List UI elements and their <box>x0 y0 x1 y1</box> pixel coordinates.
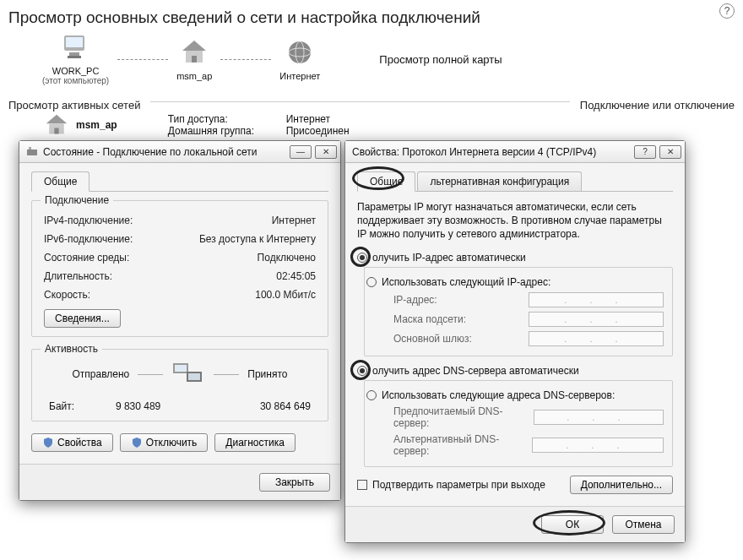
bytes-label: Байт: <box>49 400 74 412</box>
svg-rect-14 <box>29 147 31 150</box>
svg-rect-6 <box>192 56 197 63</box>
map-node-internet[interactable]: Интернет <box>279 39 320 81</box>
cancel-button[interactable]: Отмена <box>612 515 675 534</box>
map-node-sub: (этот компьютер) <box>42 76 109 85</box>
properties-label: Свойства <box>57 437 102 449</box>
details-button[interactable]: Сведения... <box>44 309 121 328</box>
help-icon[interactable]: ? <box>719 3 735 19</box>
tab-general[interactable]: Общие <box>357 171 415 192</box>
recv-label: Принято <box>247 368 287 380</box>
speed-value: 100.0 Мбит/с <box>255 289 316 301</box>
radio-use-ip-label: Использовать следующий IP-адрес: <box>382 276 550 288</box>
disable-label: Отключить <box>146 437 198 449</box>
svg-rect-18 <box>188 373 200 380</box>
ok-button[interactable]: ОК <box>541 515 604 534</box>
computer-icon <box>61 34 91 61</box>
dns2-label: Альтернативный DNS-сервер: <box>393 433 532 457</box>
shield-icon <box>42 437 54 449</box>
duration-label: Длительность: <box>44 270 112 282</box>
full-map-link[interactable]: Просмотр полной карты <box>379 53 502 66</box>
ipv6-value: Без доступа к Интернету <box>199 233 316 245</box>
tab-alt-config[interactable]: льтернативная конфигурация <box>417 171 582 191</box>
ipv6-label: IPv6-подключение: <box>44 233 133 245</box>
radio-icon <box>366 390 377 400</box>
recv-bytes: 30 864 649 <box>260 400 311 412</box>
globe-icon <box>285 39 315 66</box>
access-type-label: Тип доступа: <box>168 113 269 125</box>
radio-obtain-ip-label: олучить IP-адрес автоматически <box>372 252 526 264</box>
radio-obtain-dns[interactable]: олучить адрес DNS-сервера автоматически <box>357 365 673 377</box>
close-dialog-button[interactable]: Закрыть <box>259 473 330 492</box>
checkbox-icon <box>357 480 367 490</box>
group-connection-legend: Подключение <box>41 194 113 206</box>
disable-button[interactable]: Отключить <box>120 433 209 452</box>
sent-label: Отправлено <box>73 368 130 380</box>
media-value: Подключено <box>258 252 316 264</box>
ipv4-value: Интернет <box>272 215 316 226</box>
map-connector <box>117 59 168 60</box>
active-network-row: msm_ap Тип доступа:Интернет Домашняя гру… <box>8 113 735 137</box>
ipv4-label: IPv4-подключение: <box>44 215 133 226</box>
svg-rect-16 <box>175 365 187 372</box>
homegroup-label: Домашняя группа: <box>168 125 269 137</box>
svg-rect-1 <box>66 37 83 47</box>
radio-use-dns-label: Использовать следующие адреса DNS-сервер… <box>382 389 615 401</box>
tab-general[interactable]: Общие <box>31 171 89 192</box>
radio-icon <box>366 277 377 287</box>
section-active-networks: Просмотр активных сетей <box>8 99 140 111</box>
dns2-field[interactable]: . . . <box>532 438 664 453</box>
map-node-label: Интернет <box>279 71 320 81</box>
titlebar: Свойства: Протокол Интернета версии 4 (T… <box>345 141 685 163</box>
dns1-label: Предпочитаемый DNS-сервер: <box>393 405 534 429</box>
dns1-field[interactable]: . . . <box>534 410 664 425</box>
conn-disc-link[interactable]: Подключение или отключение <box>580 99 735 111</box>
sent-bytes: 9 830 489 <box>116 400 160 412</box>
intro-text: Параметры IP могут назначаться автоматич… <box>357 200 673 242</box>
map-node-ap[interactable]: msm_ap <box>176 39 212 81</box>
radio-use-dns[interactable]: Использовать следующие адреса DNS-сервер… <box>366 389 664 401</box>
house-icon <box>42 113 71 137</box>
group-activity-legend: Активность <box>41 343 102 355</box>
window-ipv4-properties: Свойства: Протокол Интернета версии 4 (T… <box>344 140 686 543</box>
house-icon <box>179 39 209 66</box>
window-connection-status: Состояние - Подключение по локальной сет… <box>19 140 341 501</box>
svg-rect-3 <box>68 56 81 58</box>
validate-checkbox[interactable]: Подтвердить параметры при выходе <box>357 479 545 491</box>
close-button[interactable]: ✕ <box>659 145 681 159</box>
page-title: Просмотр основных сведений о сети и наст… <box>8 8 735 27</box>
window-title: Состояние - Подключение по локальной сет… <box>43 146 258 158</box>
radio-icon <box>357 253 367 263</box>
radio-obtain-ip[interactable]: олучить IP-адрес автоматически <box>357 252 673 264</box>
radio-use-ip[interactable]: Использовать следующий IP-адрес: <box>366 276 664 288</box>
ip-address-label: IP-адрес: <box>393 294 437 306</box>
speed-label: Скорость: <box>44 289 90 301</box>
close-button[interactable]: ✕ <box>315 145 337 159</box>
map-node-this-pc[interactable]: WORK_PC (этот компьютер) <box>42 34 109 85</box>
active-net-name: msm_ap <box>76 119 117 131</box>
radio-icon <box>357 366 367 376</box>
validate-label: Подтвердить параметры при выходе <box>372 479 545 491</box>
map-node-label: WORK_PC <box>52 66 100 76</box>
gateway-field[interactable]: . . . <box>529 331 664 346</box>
help-button[interactable]: ? <box>634 145 656 159</box>
tabs-ipv4: Общие льтернативная конфигурация <box>357 171 673 192</box>
mask-label: Маска подсети: <box>393 313 466 325</box>
advanced-button[interactable]: Дополнительно... <box>570 476 673 494</box>
svg-marker-10 <box>46 115 68 124</box>
diagnostics-button[interactable]: Диагностика <box>214 433 296 452</box>
titlebar: Состояние - Подключение по локальной сет… <box>19 141 340 163</box>
access-type-value: Интернет <box>286 113 330 125</box>
svg-rect-13 <box>27 150 37 155</box>
two-pc-icon <box>171 360 205 389</box>
ip-address-field[interactable]: . . . <box>529 292 664 307</box>
minimize-button[interactable]: — <box>290 145 312 159</box>
svg-rect-12 <box>54 128 58 134</box>
gateway-label: Основной шлюз: <box>393 333 472 345</box>
properties-button[interactable]: Свойства <box>31 433 113 452</box>
network-map: WORK_PC (этот компьютер) msm_ap Интернет… <box>42 34 735 85</box>
svg-point-7 <box>289 41 311 63</box>
mask-field[interactable]: . . . <box>529 312 664 327</box>
duration-value: 02:45:05 <box>276 270 316 282</box>
shield-icon <box>131 437 143 449</box>
radio-obtain-dns-label: олучить адрес DNS-сервера автоматически <box>372 365 579 377</box>
